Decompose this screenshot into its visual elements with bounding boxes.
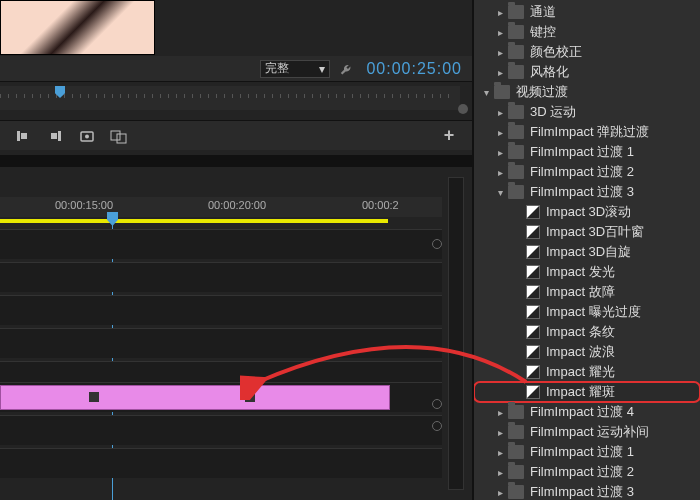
twisty-icon[interactable] (512, 306, 524, 318)
effect-item[interactable]: Impact 曝光过度 (474, 302, 700, 322)
item-label: FilmImpact 过渡 3 (530, 183, 634, 201)
effects-folder[interactable]: ▸键控 (474, 22, 700, 42)
twisty-icon[interactable]: ▾ (480, 86, 492, 98)
audio-track[interactable] (0, 415, 442, 445)
mark-in-icon[interactable] (14, 127, 32, 145)
twisty-icon[interactable]: ▸ (494, 126, 506, 138)
twisty-icon[interactable]: ▸ (494, 426, 506, 438)
effects-folder[interactable]: ▸通道 (474, 2, 700, 22)
twisty-icon[interactable]: ▸ (494, 146, 506, 158)
effect-item[interactable]: Impact 3D百叶窗 (474, 222, 700, 242)
item-label: 3D 运动 (530, 103, 576, 121)
effect-item[interactable]: Impact 发光 (474, 262, 700, 282)
twisty-icon[interactable]: ▸ (494, 106, 506, 118)
effects-folder[interactable]: ▸FilmImpact 过渡 2 (474, 462, 700, 482)
effects-folder[interactable]: ▸FilmImpact 过渡 2 (474, 162, 700, 182)
work-area-bar[interactable] (0, 219, 388, 223)
effects-folder[interactable]: ▸FilmImpact 过渡 1 (474, 442, 700, 462)
effect-item[interactable]: Impact 耀光 (474, 362, 700, 382)
twisty-icon[interactable] (512, 326, 524, 338)
track-toggle[interactable] (432, 399, 442, 409)
twisty-icon[interactable] (512, 206, 524, 218)
timeline-ruler[interactable]: 00:00:15:00 00:00:20:00 00:00:2 (0, 197, 442, 217)
effects-folder[interactable]: ▸颜色校正 (474, 42, 700, 62)
video-track[interactable] (0, 382, 442, 412)
item-label: Impact 波浪 (546, 343, 615, 361)
twisty-icon[interactable] (512, 386, 524, 398)
monitor-playhead[interactable] (55, 86, 65, 98)
twisty-icon[interactable]: ▸ (494, 486, 506, 498)
zoom-select[interactable]: 完整 ▾ (260, 60, 330, 78)
effects-folder[interactable]: ▸3D 运动 (474, 102, 700, 122)
effect-item[interactable]: Impact 耀斑 (474, 382, 700, 402)
ruler-end-handle[interactable] (458, 104, 468, 114)
twisty-icon[interactable]: ▸ (494, 446, 506, 458)
twisty-icon[interactable]: ▸ (494, 406, 506, 418)
folder-icon (508, 125, 524, 139)
twisty-icon[interactable]: ▸ (494, 26, 506, 38)
item-label: 风格化 (530, 63, 569, 81)
effects-folder[interactable]: ▸风格化 (474, 62, 700, 82)
item-label: 视频过渡 (516, 83, 568, 101)
effect-item[interactable]: Impact 3D滚动 (474, 202, 700, 222)
twisty-icon[interactable] (512, 266, 524, 278)
item-label: FilmImpact 过渡 2 (530, 463, 634, 481)
twisty-icon[interactable] (512, 286, 524, 298)
track-toggle[interactable] (432, 239, 442, 249)
mark-out-icon[interactable] (46, 127, 64, 145)
panel-divider[interactable] (0, 155, 472, 167)
effect-item[interactable]: Impact 波浪 (474, 342, 700, 362)
export-frame-icon[interactable] (110, 127, 128, 145)
video-track[interactable] (0, 262, 442, 292)
item-label: 颜色校正 (530, 43, 582, 61)
folder-icon (508, 445, 524, 459)
twisty-icon[interactable] (512, 226, 524, 238)
transition-effect-icon (526, 345, 540, 359)
effects-folder[interactable]: ▸FilmImpact 弹跳过渡 (474, 122, 700, 142)
video-track[interactable] (0, 295, 442, 325)
audio-track[interactable] (0, 448, 442, 478)
tick-label: 00:00:15:00 (55, 199, 113, 211)
video-track[interactable] (0, 328, 442, 358)
twisty-icon[interactable]: ▸ (494, 46, 506, 58)
snapshot-icon[interactable] (78, 127, 96, 145)
folder-icon (508, 145, 524, 159)
item-label: 键控 (530, 23, 556, 41)
effects-tree[interactable]: ▸通道▸键控▸颜色校正▸风格化▾视频过渡▸3D 运动▸FilmImpact 弹跳… (474, 0, 700, 500)
timecode-display[interactable]: 00:00:25:00 (366, 60, 462, 78)
twisty-icon[interactable]: ▸ (494, 166, 506, 178)
svg-rect-7 (117, 134, 126, 143)
add-marker-icon[interactable]: + (440, 127, 458, 145)
effects-folder[interactable]: ▾视频过渡 (474, 82, 700, 102)
transition-effect-icon (526, 205, 540, 219)
item-label: Impact 3D滚动 (546, 203, 631, 221)
effects-folder[interactable]: ▸FilmImpact 运动补间 (474, 422, 700, 442)
folder-icon (508, 425, 524, 439)
effect-item[interactable]: Impact 条纹 (474, 322, 700, 342)
twisty-icon[interactable]: ▸ (494, 6, 506, 18)
twisty-icon[interactable]: ▸ (494, 66, 506, 78)
transition-effect-icon (526, 285, 540, 299)
timeline-scrollbar[interactable] (448, 177, 464, 490)
transition-effect-icon (526, 305, 540, 319)
monitor-ruler[interactable] (0, 86, 460, 110)
twisty-icon[interactable]: ▸ (494, 466, 506, 478)
effect-item[interactable]: Impact 故障 (474, 282, 700, 302)
effects-folder[interactable]: ▾FilmImpact 过渡 3 (474, 182, 700, 202)
effects-folder[interactable]: ▸FilmImpact 过渡 4 (474, 402, 700, 422)
video-track[interactable] (0, 229, 442, 259)
effects-folder[interactable]: ▸FilmImpact 过渡 3 (474, 482, 700, 500)
effect-item[interactable]: Impact 3D自旋 (474, 242, 700, 262)
transition-marker[interactable] (89, 392, 99, 402)
settings-wrench-icon[interactable] (340, 61, 356, 77)
video-clip[interactable] (0, 385, 390, 410)
twisty-icon[interactable]: ▾ (494, 186, 506, 198)
item-label: FilmImpact 弹跳过渡 (530, 123, 649, 141)
track-toggle[interactable] (432, 421, 442, 431)
svg-rect-2 (58, 131, 61, 141)
twisty-icon[interactable] (512, 366, 524, 378)
effects-folder[interactable]: ▸FilmImpact 过渡 1 (474, 142, 700, 162)
twisty-icon[interactable] (512, 346, 524, 358)
transition-marker[interactable] (245, 392, 255, 402)
twisty-icon[interactable] (512, 246, 524, 258)
